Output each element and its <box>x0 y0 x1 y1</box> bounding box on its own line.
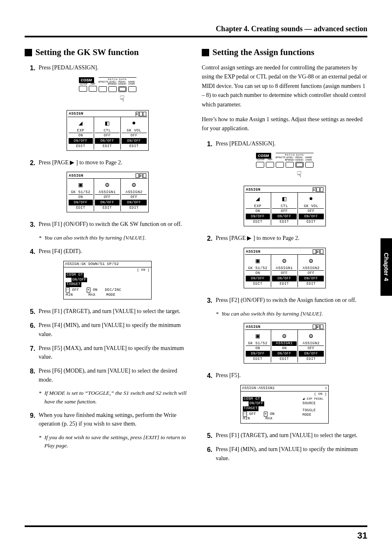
lcd-label: GK VOL <box>122 129 147 133</box>
lcd-value: ON <box>272 345 297 351</box>
right-column: Setting the Assign functions Control ass… <box>202 47 367 467</box>
lcd-page-indicator: 2 <box>136 173 146 178</box>
left-section-title: Setting the GK SW function <box>25 47 190 58</box>
lcd-target-line2: ON/OFF <box>249 401 264 406</box>
step-number: 3. <box>202 296 212 306</box>
right-step-4: 4. Press [F5]. <box>202 371 367 380</box>
step-number: 1. <box>202 139 212 150</box>
assign-lcd-page2-selected: ASSIGN 2 ▣ GK S1/S2 ON ON/OFF EDIT ⚙ <box>202 323 367 364</box>
lcd-value: OFF <box>299 345 324 351</box>
lcd-edit-status: [ ON ] <box>241 391 328 396</box>
left-title-text: Setting the GK SW function <box>35 47 139 58</box>
patch-label: PEDAL/ ASSIGN <box>118 81 127 85</box>
lcd-min-label: MIN <box>66 293 73 298</box>
lcd-value: OFF <box>95 133 120 138</box>
lcd-target-line1: COSM GT <box>243 397 261 402</box>
cosm-logo: COSM <box>256 153 271 159</box>
lcd-title: ASSIGN <box>69 112 83 116</box>
lcd-value: ON <box>69 194 93 200</box>
left-step-7: 7. Press [F5] (MAX), and turn [VALUE] to… <box>25 344 190 362</box>
lcd-label: EXP <box>246 204 270 208</box>
lcd-min: OFF <box>72 288 79 292</box>
lcd-title: ASSIGN <box>246 325 261 329</box>
left-column: Setting the GK SW function 1. Press [PED… <box>25 47 190 467</box>
patch-label: EFFECTS <box>99 81 108 85</box>
patch-label: GUITAR <box>256 159 265 161</box>
lcd-target-line3: TARGET <box>243 406 258 411</box>
lcd-value: OFF <box>95 194 120 200</box>
step-number: 9. <box>25 411 35 421</box>
lcd-value: ON <box>246 208 270 214</box>
step-number: 1. <box>25 63 35 74</box>
switch-icon: ▣ <box>246 331 270 341</box>
lcd-onoff: ON/OFF <box>69 200 93 205</box>
patch-label: NAME/ CHAIN <box>127 81 136 85</box>
lcd-label: ASSIGN2 <box>122 190 147 194</box>
assign-lcd-page2-right: ASSIGN 2 ▣ GK S1/S2 ON ON/OFF EDIT ⚙ <box>202 248 367 288</box>
lcd-onoff: ON/OFF <box>299 214 324 219</box>
assign-icon: ⚙ <box>272 331 297 341</box>
lcd-edit: EDIT <box>246 281 270 286</box>
lcd-onoff: ON/OFF <box>246 351 270 356</box>
assign-icon: ⚙ <box>95 180 120 190</box>
step-text: Press [PEDAL/ASSIGN]. <box>39 64 98 71</box>
left-step-4: 4. Press [F4] (EDIT). <box>25 247 190 256</box>
lcd-edit: EDIT <box>299 281 324 286</box>
step-number: 4. <box>25 247 35 257</box>
right-step-6: 6. Press [F4] (MIN), and turn [VALUE] to… <box>202 445 367 463</box>
right-step-3-note: You can also switch this by turning [VAL… <box>216 310 367 318</box>
knob-icon: ● <box>299 193 324 204</box>
step-number: 2. <box>202 234 212 244</box>
page-number: 31 <box>357 530 367 541</box>
patch-section-label: PATCH DATA <box>276 153 314 156</box>
lcd-mode: TOGGLE <box>302 408 326 413</box>
left-step-2: 2. Press [PAGE ▶ ] to move to Page 2. <box>25 158 190 167</box>
right-step-3: 3. Press [F2] (ON/OFF) to switch the Ass… <box>202 296 367 305</box>
hand-pointer-icon: ☟ <box>297 170 302 178</box>
lcd-edit: EDIT <box>272 219 297 224</box>
patch-label: PEDAL/ ASSIGN <box>295 157 304 161</box>
right-step-5: 5. Press [F1] (TARGET), and turn [VALUE]… <box>202 431 367 440</box>
lcd-label: CTL <box>95 129 120 133</box>
lcd-page-indicator: 1 <box>313 187 323 192</box>
assign-lcd-page1: ASSIGN 1 ◢ EXP ON ON/OFF EDIT ◧ <box>25 110 190 151</box>
side-chapter-tab: Chapter 4 <box>380 238 392 296</box>
cosm-logo: COSM <box>79 77 94 83</box>
lcd-onoff: ON/OFF <box>299 351 324 356</box>
lcd-label: GK S1/S2 <box>246 266 270 270</box>
step-number: 6. <box>202 445 212 455</box>
step-number: 4. <box>202 371 212 381</box>
left-step-3: 3. Press [F1] (ON/OFF) to switch the GK … <box>25 220 190 229</box>
lcd-max: ON <box>93 288 97 292</box>
right-intro-1: Control assign settings are needed for c… <box>202 63 367 109</box>
switch-icon: ◧ <box>95 118 120 129</box>
lcd-onoff: ON/OFF <box>272 351 297 356</box>
lcd-edit: EDIT <box>299 356 324 362</box>
lcd-label: ASSIGN1 <box>95 190 120 194</box>
content-columns: Setting the GK SW function 1. Press [PED… <box>25 47 367 467</box>
lcd-target-line1: COSM GT <box>66 273 84 278</box>
lcd-mode-label: MODE <box>302 413 326 417</box>
step-text: Press [PAGE ▶ ] to move to Page 2. <box>39 159 122 166</box>
lcd-label: GK VOL <box>299 204 324 208</box>
lcd-title: ASSIGN <box>246 188 261 192</box>
left-step-8: 8. Press [F6] (MODE), and turn [VALUE] t… <box>25 366 190 384</box>
lcd-edit: EDIT <box>246 356 270 362</box>
lcd-value: ON <box>246 345 270 351</box>
assign-icon: ⚙ <box>299 331 324 341</box>
lcd-value: OFF <box>272 208 297 214</box>
step-text: Press [F4] (MIN), and turn [VALUE] to sp… <box>216 446 358 461</box>
left-step-6: 6. Press [F4] (MIN), and turn [VALUE] to… <box>25 321 190 339</box>
lcd-edit: EDIT <box>122 143 147 149</box>
lcd-onoff: ON/OFF <box>122 138 147 143</box>
switch-icon: ▣ <box>69 180 93 190</box>
lcd-title: ASSIGN <box>246 250 261 254</box>
patch-strip-diagram: COSM GUITAR AMP PATCH DATA EFFECTS LEVEL… <box>25 77 190 103</box>
step-text: When you have finished making settings, … <box>39 412 176 427</box>
patch-label: GUITAR <box>79 83 88 85</box>
gk-edit-lcd: ASSIGN:GK DOWN/S1 UP/S2 [ ON ] COSM GT O… <box>25 261 190 299</box>
step-text: Press [F1] (ON/OFF) to switch the GK SW … <box>39 221 182 227</box>
right-section-title: Setting the Assign functions <box>202 47 367 58</box>
patch-label: AMP <box>88 83 98 85</box>
lcd-value: OFF <box>122 133 147 138</box>
